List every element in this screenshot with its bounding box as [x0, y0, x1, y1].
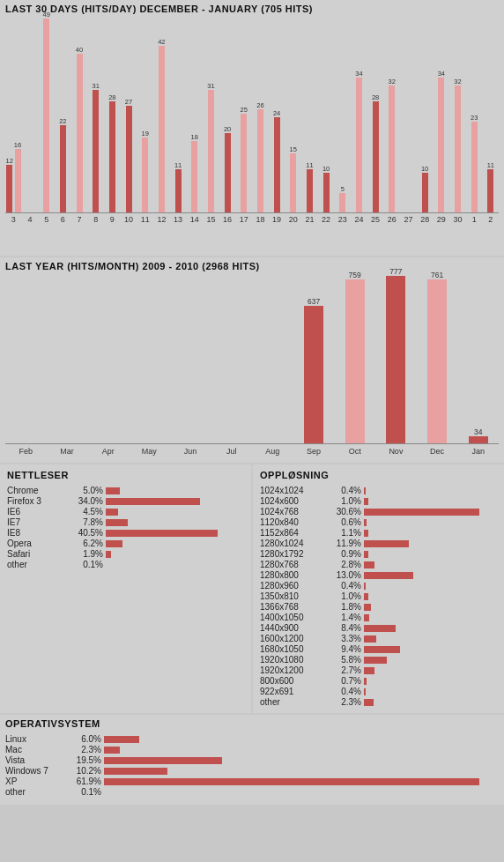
daily-bar-light	[77, 54, 83, 212]
daily-bar-group: 22	[55, 117, 71, 212]
monthly-bar-group: 777	[375, 267, 417, 443]
stat-row: 1120x8400.6%	[260, 517, 497, 527]
stat-row: 1350x8101.0%	[260, 591, 497, 601]
bottom-row-1: Nettleser Chrome5.0%Firefox 334.0%IE64.5…	[0, 464, 504, 713]
stat-bar	[364, 593, 368, 600]
os-title: Operativsystem	[5, 718, 499, 729]
stat-bar	[364, 583, 366, 590]
monthly-bar-dark	[469, 436, 488, 443]
stat-bar	[104, 757, 222, 764]
resolution-title: Oppløsning	[260, 470, 497, 480]
stat-bar	[104, 778, 479, 785]
monthly-bar-group: 761	[417, 271, 458, 443]
daily-bar-dark	[109, 101, 115, 212]
daily-bar-light	[159, 46, 165, 212]
monthly-bars: 63775977776134	[5, 277, 499, 444]
stat-bar	[364, 635, 376, 643]
stat-row: 800x6000.7%	[260, 676, 497, 686]
stat-bar	[364, 678, 367, 685]
stat-bar	[364, 688, 366, 695]
daily-chart: 1216492240312827194211183120252624151110…	[5, 19, 499, 249]
stat-row: 922x6910.4%	[260, 687, 497, 696]
daily-bar-light	[241, 114, 247, 212]
stat-bar	[106, 487, 120, 494]
daily-bar-group: 10	[417, 165, 434, 212]
stat-bar	[364, 540, 409, 547]
stat-bar	[364, 614, 369, 621]
stat-bar	[364, 667, 374, 674]
stat-row: 1280x17920.9%	[260, 549, 497, 559]
stat-row: 1366x7681.8%	[260, 602, 497, 612]
stat-row: 1280x7682.8%	[260, 560, 497, 569]
stat-row: 1440x9008.4%	[260, 623, 497, 633]
daily-bar-group: 5	[334, 185, 351, 212]
stat-bar	[364, 646, 400, 653]
stat-row: Vista19.5%	[5, 755, 499, 765]
stat-bar	[364, 519, 367, 526]
daily-bar-group: 49	[38, 11, 55, 212]
daily-bar-light	[43, 19, 49, 212]
daily-bar-group: 28	[104, 93, 121, 212]
daily-chart-title: Last 30 days (hits/day) December - Janua…	[5, 4, 499, 14]
stat-row: 1680x10509.4%	[260, 644, 497, 654]
browser-panel: Nettleser Chrome5.0%Firefox 334.0%IE64.5…	[0, 464, 251, 713]
stat-bar	[364, 530, 368, 537]
stat-bar	[106, 498, 200, 505]
stat-bar	[364, 625, 396, 632]
monthly-bar-light	[427, 279, 447, 443]
daily-bar-group: 28	[367, 93, 384, 212]
stat-bar	[104, 747, 120, 754]
stat-row: other0.1%	[5, 787, 499, 797]
daily-bar-light	[438, 78, 444, 212]
stat-bar	[364, 509, 479, 516]
daily-bar-light	[290, 153, 296, 212]
daily-bar-dark	[422, 173, 428, 212]
monthly-bar-group: 637	[293, 297, 335, 443]
stat-row: 1600x12003.3%	[260, 634, 497, 643]
stat-row: 1280x9600.4%	[260, 581, 497, 591]
daily-bar-dark	[6, 165, 12, 212]
daily-bar-group: 32	[383, 78, 400, 212]
stat-row: Safari1.9%	[7, 549, 244, 559]
daily-bar-dark	[93, 90, 99, 212]
stat-bar	[106, 540, 122, 547]
stat-row: 1280x80013.0%	[260, 570, 497, 580]
daily-bar-group: 23	[466, 114, 483, 212]
stat-bar	[106, 509, 118, 516]
monthly-chart: 63775977776134 FebMarAprMayJunJulAugSepO…	[5, 277, 499, 456]
daily-bar-light	[257, 109, 263, 212]
stat-bar	[104, 768, 167, 775]
daily-bar-group: 31	[203, 82, 219, 212]
daily-bar-dark	[307, 169, 313, 212]
stat-bar	[364, 572, 413, 579]
os-rows: Linux6.0%Mac2.3%Vista19.5%Windows 710.2%…	[5, 734, 499, 797]
os-section: Operativsystem Linux6.0%Mac2.3%Vista19.5…	[0, 715, 504, 805]
stat-bar	[106, 551, 111, 558]
browser-title: Nettleser	[7, 470, 244, 480]
daily-bar-group: 34	[351, 70, 367, 212]
stat-bar	[364, 561, 374, 568]
daily-bar-group: 1216	[5, 141, 22, 212]
daily-bar-light	[15, 149, 21, 212]
daily-bar-group: 31	[87, 82, 104, 212]
daily-bar-dark	[274, 117, 280, 212]
daily-bar-group: 19	[137, 130, 153, 212]
daily-bar-light	[208, 90, 214, 212]
monthly-bar-light	[345, 279, 365, 443]
daily-bar-light	[339, 193, 345, 212]
stat-bar	[364, 657, 387, 664]
daily-bar-dark	[225, 133, 231, 212]
stat-row: 1024x76830.6%	[260, 507, 497, 516]
daily-bar-group: 42	[153, 38, 170, 212]
daily-bar-group: 10	[318, 165, 335, 212]
stat-row: 1920x10805.8%	[260, 655, 497, 665]
daily-bar-group: 15	[285, 145, 301, 212]
stat-bar	[104, 736, 139, 743]
daily-bar-group: 18	[186, 133, 203, 212]
stat-bar	[106, 530, 218, 537]
daily-chart-section: Last 30 days (hits/day) December - Janua…	[0, 0, 504, 256]
daily-bar-light	[389, 85, 395, 212]
monthly-bar-dark	[386, 276, 405, 443]
daily-bar-dark	[373, 101, 379, 212]
daily-bar-light	[191, 141, 197, 212]
